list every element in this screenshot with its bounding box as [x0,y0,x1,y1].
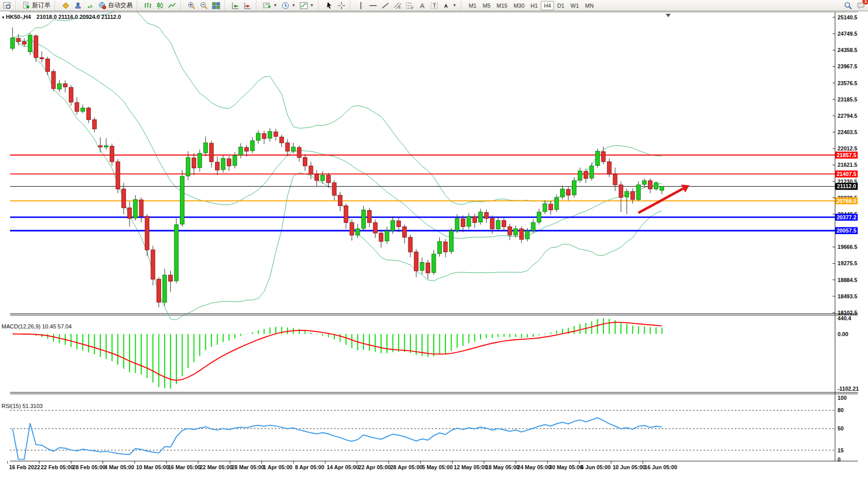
toolbar-separator [15,1,18,10]
horizontal-line-button[interactable] [367,0,379,12]
svg-text:24749.5: 24749.5 [837,31,857,37]
periods-button[interactable]: ▼ [279,0,298,12]
zoom-in-button[interactable] [186,0,198,12]
autotrade-icon [98,2,107,10]
svg-text:E: E [399,6,401,9]
svg-text:28 Apr 05:00: 28 Apr 05:00 [390,464,423,470]
toolbar-separator [55,1,58,10]
cursor-tool-button[interactable] [323,0,335,12]
timeframe-w1-button[interactable]: W1 [567,1,582,10]
svg-text:80: 80 [837,407,844,413]
new-chart-icon [263,2,271,10]
timeframe-m30-button[interactable]: M30 [511,1,528,10]
toolbar-group: 新订单 [20,0,52,11]
arrows-button[interactable]: ▼ [440,0,459,12]
hline-tool-icon [369,2,377,10]
svg-text:21857.5: 21857.5 [836,152,856,158]
indicators-icon [300,2,308,10]
window-chart-icon [3,2,11,10]
new-chart-button[interactable]: ▼ [261,0,279,12]
equidistant-channel-button[interactable]: E [391,0,404,12]
svg-text:5 May 05:00: 5 May 05:00 [422,464,453,470]
chart-shift-icon [244,2,252,10]
svg-text:28 Feb 05:00: 28 Feb 05:00 [72,464,105,470]
toolbar-group: 自动交易 [60,0,135,11]
svg-text:16 Feb 2022: 16 Feb 2022 [9,464,40,470]
toolbar-group [186,0,222,11]
market-watch-button[interactable] [60,0,72,12]
text-label-button[interactable]: T [428,0,440,12]
zoom-out-icon [200,2,208,10]
timeframe-h4-button[interactable]: H4 [541,1,554,10]
arrows-tool-icon [442,2,451,10]
main-toolbar: 新订单自动交易▼▼▼EFAT▼M1M5M15M30H1H4D1W1MN1 [0,0,868,11]
svg-text:0: 0 [837,456,840,463]
timeframe-m1-button[interactable]: M1 [466,1,480,10]
fibonacci-button[interactable]: F [404,0,416,12]
timeframe-m15-button[interactable]: M15 [493,1,510,10]
chevron-down-icon: ▼ [310,3,314,8]
mt4-window: 新订单自动交易▼▼▼EFAT▼M1M5M15M30H1H4D1W1MN1 251… [0,0,868,484]
indicators-button[interactable]: ▼ [298,0,316,12]
price-chart-canvas[interactable]: 25140.524749.524358.523967.523576.523185… [0,11,868,484]
svg-text:18 May 05:00: 18 May 05:00 [486,464,519,470]
chart-title: ▾ HK50-,H4 21018.0 21116.0 20924.0 21112… [2,14,121,20]
svg-text:19275.5: 19275.5 [837,260,857,266]
svg-text:14 Apr 05:00: 14 Apr 05:00 [327,464,359,470]
zoom-out-button[interactable] [198,0,210,12]
fibonacci-tool-icon: F [406,2,414,10]
crosshair-tool-button[interactable] [335,0,348,12]
vline-tool-icon [357,2,365,10]
toolbar-separator [224,1,227,10]
profiles-button[interactable] [72,0,84,12]
timeframe-d1-button[interactable]: D1 [554,1,567,10]
svg-text:10 Jun 05:00: 10 Jun 05:00 [613,464,645,470]
vertical-line-button[interactable] [355,0,367,12]
new-order-button[interactable]: 新订单 [20,0,52,12]
timeframe-m5-button[interactable]: M5 [480,1,493,10]
candlestick-chart-button[interactable] [154,0,166,12]
svg-text:6 Jun 05:00: 6 Jun 05:00 [581,464,611,470]
svg-text:A: A [420,2,425,10]
svg-text:22 Apr 05:00: 22 Apr 05:00 [358,464,390,470]
period-clock-icon [281,2,290,10]
trendline-button[interactable] [379,0,391,12]
bar-chart-button[interactable] [142,0,154,12]
new-order-icon [22,2,31,10]
tile-windows-button[interactable] [210,0,222,12]
svg-text:30 May 05:00: 30 May 05:00 [549,464,583,470]
svg-text:22794.5: 22794.5 [837,113,857,119]
svg-text:15: 15 [837,447,844,453]
channel-tool-icon: E [393,2,402,10]
svg-text:T: T [433,3,436,9]
text-button[interactable]: A [416,0,428,12]
svg-text:0.00: 0.00 [837,331,848,337]
svg-text:20768.0: 20768.0 [836,198,856,204]
auto-scroll-button[interactable] [229,0,242,12]
svg-text:4 Mar 05:00: 4 Mar 05:00 [104,464,135,470]
svg-text:19666.5: 19666.5 [837,244,857,250]
svg-text:12 May 05:00: 12 May 05:00 [454,464,487,470]
label-tool-icon: T [430,2,438,10]
auto-trading-button-label: 自动交易 [108,1,133,10]
toolbar-separator [180,1,183,10]
toolbar-group [229,0,254,11]
new-order-button-label: 新订单 [32,1,50,10]
zoom-in-icon [188,2,196,10]
chart-shift-button[interactable] [242,0,254,12]
line-chart-button[interactable] [166,0,178,12]
signals-button[interactable] [84,0,96,12]
window-chart-icon[interactable] [1,0,13,12]
crosshair-icon [337,2,346,10]
search-button[interactable] [842,0,854,12]
notification-badge: 1 [862,0,868,5]
toolbar-group [142,0,178,11]
ohlc-values: 21018.0 21116.0 20924.0 21112.0 [37,14,121,20]
timeframe-mn-button[interactable]: MN [582,1,597,10]
auto-trading-button[interactable]: 自动交易 [96,0,135,12]
timeframe-group: M1M5M15M30H1H4D1W1MN [466,0,597,11]
timeframe-h1-button[interactable]: H1 [528,1,541,10]
svg-text:21621.5: 21621.5 [837,162,857,168]
chart-area[interactable]: 25140.524749.524358.523967.523576.523185… [0,11,868,484]
notifications-button[interactable]: 1 [855,0,867,12]
